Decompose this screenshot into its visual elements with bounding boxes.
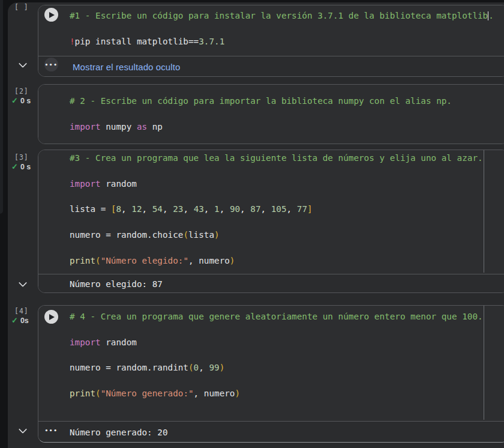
exec-count-cell-1: [ ] xyxy=(14,3,36,11)
code-line xyxy=(70,241,504,254)
exec-count-cell-4: [4] xyxy=(14,307,36,315)
exec-count-cell-3: [3] xyxy=(14,153,36,162)
output-options-button[interactable]: ••• xyxy=(44,58,58,71)
code-line xyxy=(70,22,504,35)
code-line: !pip install matplotlib==3.7.1 xyxy=(70,35,504,48)
exec-time-label: 0 s xyxy=(20,163,31,171)
run-cell-button[interactable] xyxy=(44,8,58,22)
code-cell-1[interactable]: #1 - Escribe un código para instalar la … xyxy=(38,5,504,77)
code-line: #1 - Escribe un código para instalar la … xyxy=(70,10,504,22)
exec-time-label: 0s xyxy=(20,316,29,325)
code-line xyxy=(70,323,504,336)
check-icon: ✓ xyxy=(11,162,18,171)
code-line: numero = random.randint(0, 99) xyxy=(70,362,504,374)
collapsed-output-row-1: Mostrar el resultado oculto xyxy=(38,56,504,77)
code-line: lista = [8, 12, 54, 23, 43, 1, 90, 87, 1… xyxy=(70,203,504,216)
output-text: Número elegido: 87 xyxy=(38,279,163,289)
editor-edge-line xyxy=(484,150,484,273)
code-cell-2[interactable]: # 2 - Escribe un código para importar la… xyxy=(38,84,504,144)
code-line: # 2 - Escribe un código para importar la… xyxy=(70,95,504,107)
code-line: print("Número elegido:", numero) xyxy=(70,255,504,267)
code-line: #3 - Crea un programa que lea la siguien… xyxy=(70,152,504,165)
play-icon xyxy=(49,12,55,18)
code-line xyxy=(70,165,504,177)
code-line xyxy=(70,107,504,120)
output-row-3: Número elegido: 87 xyxy=(38,274,504,293)
code-editor-4[interactable]: # 4 - Crea un programa que genere aleato… xyxy=(38,306,504,421)
code-line: print("Número generado:", numero) xyxy=(70,387,504,400)
code-line: import numpy as np xyxy=(70,121,504,133)
run-cell-button[interactable] xyxy=(44,310,58,324)
editor-edge-line xyxy=(484,306,484,420)
exec-time-cell-3: ✓ 0 s xyxy=(11,162,31,171)
check-icon: ✓ xyxy=(11,96,18,105)
code-editor-3[interactable]: #3 - Crea un programa que lea la siguien… xyxy=(38,150,504,274)
exec-count-cell-2: [2] xyxy=(14,87,36,95)
code-line xyxy=(70,349,504,362)
code-line: numero = random.choice(lista) xyxy=(70,229,504,241)
left-panel-edge xyxy=(0,0,3,214)
code-editor-2[interactable]: # 2 - Escribe un código para importar la… xyxy=(38,85,504,144)
output-options-button[interactable]: ••• xyxy=(44,423,58,437)
show-hidden-output-link[interactable]: Mostrar el resultado oculto xyxy=(73,62,180,72)
check-icon: ✓ xyxy=(11,316,18,325)
code-line: import random xyxy=(70,178,504,190)
output-row-4: Número generado: 20 xyxy=(38,421,504,443)
code-line xyxy=(70,190,504,203)
code-line xyxy=(70,375,504,387)
code-cell-3[interactable]: #3 - Crea un programa que lea la siguien… xyxy=(38,150,504,293)
exec-time-label: 0 s xyxy=(20,97,31,105)
play-icon xyxy=(49,314,55,320)
exec-time-cell-4: ✓ 0s xyxy=(11,316,29,325)
code-line: import random xyxy=(70,336,504,349)
code-line: # 4 - Crea un programa que genere aleato… xyxy=(70,310,504,323)
code-line xyxy=(70,216,504,229)
exec-time-cell-2: ✓ 0 s xyxy=(11,96,31,105)
code-editor-1[interactable]: #1 - Escribe un código para instalar la … xyxy=(38,5,504,56)
code-cell-4[interactable]: # 4 - Crea un programa que genere aleato… xyxy=(38,305,504,443)
